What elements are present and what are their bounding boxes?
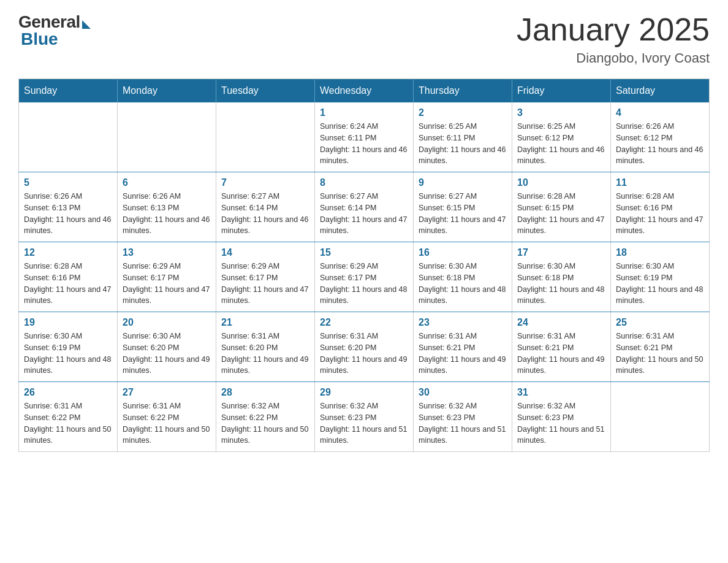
calendar-cell: 1Sunrise: 6:24 AMSunset: 6:11 PMDaylight…	[315, 102, 414, 172]
calendar-cell	[118, 102, 216, 172]
day-number: 4	[616, 107, 704, 118]
calendar-cell: 24Sunrise: 6:31 AMSunset: 6:21 PMDayligh…	[512, 312, 611, 382]
day-number: 21	[221, 317, 309, 328]
header-row: SundayMondayTuesdayWednesdayThursdayFrid…	[19, 79, 710, 103]
logo-arrow-icon	[82, 20, 91, 29]
day-number: 18	[616, 247, 704, 258]
day-info: Sunrise: 6:29 AMSunset: 6:17 PMDaylight:…	[320, 261, 408, 307]
calendar-cell: 28Sunrise: 6:32 AMSunset: 6:22 PMDayligh…	[216, 382, 315, 452]
calendar-table: SundayMondayTuesdayWednesdayThursdayFrid…	[18, 79, 710, 452]
day-number: 27	[123, 387, 211, 398]
calendar-cell: 10Sunrise: 6:28 AMSunset: 6:15 PMDayligh…	[512, 172, 611, 242]
calendar-week-2: 5Sunrise: 6:26 AMSunset: 6:13 PMDaylight…	[19, 172, 710, 242]
day-info: Sunrise: 6:29 AMSunset: 6:17 PMDaylight:…	[123, 261, 211, 307]
calendar-body: 1Sunrise: 6:24 AMSunset: 6:11 PMDaylight…	[19, 102, 710, 452]
calendar-cell: 23Sunrise: 6:31 AMSunset: 6:21 PMDayligh…	[414, 312, 512, 382]
day-number: 31	[517, 387, 605, 398]
calendar-cell: 16Sunrise: 6:30 AMSunset: 6:18 PMDayligh…	[414, 242, 512, 312]
calendar-cell: 29Sunrise: 6:32 AMSunset: 6:23 PMDayligh…	[315, 382, 414, 452]
calendar-cell: 13Sunrise: 6:29 AMSunset: 6:17 PMDayligh…	[118, 242, 216, 312]
day-header-thursday: Thursday	[414, 79, 512, 103]
day-info: Sunrise: 6:32 AMSunset: 6:23 PMDaylight:…	[320, 400, 408, 446]
day-info: Sunrise: 6:32 AMSunset: 6:23 PMDaylight:…	[419, 400, 507, 446]
day-number: 30	[419, 387, 507, 398]
day-header-monday: Monday	[118, 79, 216, 103]
day-info: Sunrise: 6:27 AMSunset: 6:14 PMDaylight:…	[320, 191, 408, 237]
day-header-friday: Friday	[512, 79, 611, 103]
day-number: 23	[419, 317, 507, 328]
day-number: 5	[24, 177, 112, 188]
day-info: Sunrise: 6:31 AMSunset: 6:21 PMDaylight:…	[616, 331, 704, 377]
calendar-cell	[611, 382, 710, 452]
calendar-cell: 25Sunrise: 6:31 AMSunset: 6:21 PMDayligh…	[611, 312, 710, 382]
day-info: Sunrise: 6:32 AMSunset: 6:23 PMDaylight:…	[517, 400, 605, 446]
calendar-cell: 9Sunrise: 6:27 AMSunset: 6:15 PMDaylight…	[414, 172, 512, 242]
day-number: 16	[419, 247, 507, 258]
day-info: Sunrise: 6:31 AMSunset: 6:22 PMDaylight:…	[123, 400, 211, 446]
day-info: Sunrise: 6:31 AMSunset: 6:21 PMDaylight:…	[419, 331, 507, 377]
day-info: Sunrise: 6:31 AMSunset: 6:22 PMDaylight:…	[24, 400, 112, 446]
calendar-cell: 4Sunrise: 6:26 AMSunset: 6:12 PMDaylight…	[611, 102, 710, 172]
calendar-cell: 12Sunrise: 6:28 AMSunset: 6:16 PMDayligh…	[19, 242, 118, 312]
day-info: Sunrise: 6:28 AMSunset: 6:15 PMDaylight:…	[517, 191, 605, 237]
calendar-cell: 20Sunrise: 6:30 AMSunset: 6:20 PMDayligh…	[118, 312, 216, 382]
day-info: Sunrise: 6:26 AMSunset: 6:12 PMDaylight:…	[616, 121, 704, 167]
day-info: Sunrise: 6:26 AMSunset: 6:13 PMDaylight:…	[24, 191, 112, 237]
day-number: 8	[320, 177, 408, 188]
day-number: 1	[320, 107, 408, 118]
day-number: 6	[123, 177, 211, 188]
day-info: Sunrise: 6:26 AMSunset: 6:13 PMDaylight:…	[123, 191, 211, 237]
title-section: January 2025 Diangobo, Ivory Coast	[517, 12, 710, 66]
day-info: Sunrise: 6:31 AMSunset: 6:20 PMDaylight:…	[320, 331, 408, 377]
day-number: 17	[517, 247, 605, 258]
day-number: 13	[123, 247, 211, 258]
calendar-cell: 31Sunrise: 6:32 AMSunset: 6:23 PMDayligh…	[512, 382, 611, 452]
day-info: Sunrise: 6:28 AMSunset: 6:16 PMDaylight:…	[616, 191, 704, 237]
day-number: 26	[24, 387, 112, 398]
day-header-saturday: Saturday	[611, 79, 710, 103]
day-info: Sunrise: 6:27 AMSunset: 6:14 PMDaylight:…	[221, 191, 309, 237]
day-info: Sunrise: 6:30 AMSunset: 6:19 PMDaylight:…	[616, 261, 704, 307]
day-number: 29	[320, 387, 408, 398]
calendar-cell: 11Sunrise: 6:28 AMSunset: 6:16 PMDayligh…	[611, 172, 710, 242]
calendar-cell: 27Sunrise: 6:31 AMSunset: 6:22 PMDayligh…	[118, 382, 216, 452]
calendar-cell: 15Sunrise: 6:29 AMSunset: 6:17 PMDayligh…	[315, 242, 414, 312]
day-info: Sunrise: 6:29 AMSunset: 6:17 PMDaylight:…	[221, 261, 309, 307]
day-header-sunday: Sunday	[19, 79, 118, 103]
calendar-cell: 21Sunrise: 6:31 AMSunset: 6:20 PMDayligh…	[216, 312, 315, 382]
day-number: 24	[517, 317, 605, 328]
day-info: Sunrise: 6:30 AMSunset: 6:19 PMDaylight:…	[24, 331, 112, 377]
page-header: General Blue January 2025 Diangobo, Ivor…	[18, 12, 710, 66]
calendar-cell: 17Sunrise: 6:30 AMSunset: 6:18 PMDayligh…	[512, 242, 611, 312]
day-number: 11	[616, 177, 704, 188]
day-number: 20	[123, 317, 211, 328]
day-number: 9	[419, 177, 507, 188]
day-info: Sunrise: 6:30 AMSunset: 6:18 PMDaylight:…	[419, 261, 507, 307]
calendar-week-1: 1Sunrise: 6:24 AMSunset: 6:11 PMDaylight…	[19, 102, 710, 172]
calendar-cell: 22Sunrise: 6:31 AMSunset: 6:20 PMDayligh…	[315, 312, 414, 382]
day-number: 10	[517, 177, 605, 188]
day-number: 15	[320, 247, 408, 258]
day-number: 3	[517, 107, 605, 118]
calendar-header: SundayMondayTuesdayWednesdayThursdayFrid…	[19, 79, 710, 103]
calendar-cell: 14Sunrise: 6:29 AMSunset: 6:17 PMDayligh…	[216, 242, 315, 312]
calendar-cell: 2Sunrise: 6:25 AMSunset: 6:11 PMDaylight…	[414, 102, 512, 172]
calendar-cell	[19, 102, 118, 172]
calendar-cell: 3Sunrise: 6:25 AMSunset: 6:12 PMDaylight…	[512, 102, 611, 172]
month-title: January 2025	[517, 12, 710, 47]
day-info: Sunrise: 6:25 AMSunset: 6:11 PMDaylight:…	[419, 121, 507, 167]
day-header-wednesday: Wednesday	[315, 79, 414, 103]
day-number: 28	[221, 387, 309, 398]
location-text: Diangobo, Ivory Coast	[517, 50, 710, 66]
calendar-cell: 19Sunrise: 6:30 AMSunset: 6:19 PMDayligh…	[19, 312, 118, 382]
day-info: Sunrise: 6:25 AMSunset: 6:12 PMDaylight:…	[517, 121, 605, 167]
day-info: Sunrise: 6:30 AMSunset: 6:18 PMDaylight:…	[517, 261, 605, 307]
day-number: 22	[320, 317, 408, 328]
calendar-cell: 8Sunrise: 6:27 AMSunset: 6:14 PMDaylight…	[315, 172, 414, 242]
logo: General Blue	[18, 12, 91, 49]
calendar-week-3: 12Sunrise: 6:28 AMSunset: 6:16 PMDayligh…	[19, 242, 710, 312]
day-number: 7	[221, 177, 309, 188]
calendar-cell: 26Sunrise: 6:31 AMSunset: 6:22 PMDayligh…	[19, 382, 118, 452]
day-number: 2	[419, 107, 507, 118]
day-info: Sunrise: 6:31 AMSunset: 6:20 PMDaylight:…	[221, 331, 309, 377]
